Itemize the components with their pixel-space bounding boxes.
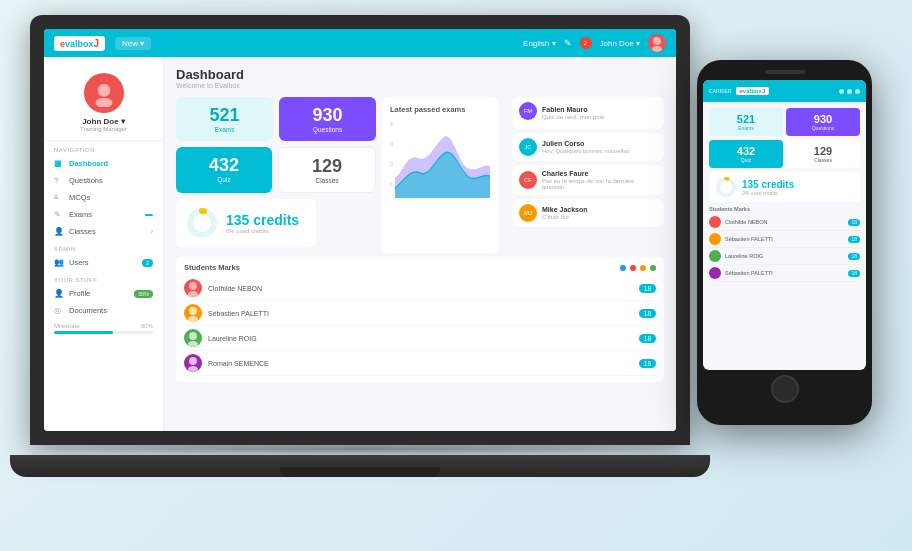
- main-content: John Doe ▾ Training Manager Navigation ▦…: [44, 57, 676, 431]
- msg-text-4: C'était dur: [542, 214, 588, 220]
- phone-student-row-4: Sébastien PALETTI 18: [709, 265, 860, 282]
- edit-icon[interactable]: ✎: [564, 38, 572, 48]
- new-button[interactable]: New ▾: [115, 37, 151, 50]
- svg-text:12: 12: [390, 161, 393, 167]
- sidebar-item-mcqs[interactable]: ≡ MCQs: [44, 189, 163, 206]
- questions-icon: ?: [54, 176, 64, 185]
- sidebar-label-questions: Questions: [69, 176, 103, 185]
- phone-student-row-1: Clothilde NEBON 18: [709, 214, 860, 231]
- phone-device: CARRIER evalboxJ 521 Exams: [697, 60, 872, 425]
- student-avatar-3: [184, 329, 202, 347]
- phone-speaker: [765, 70, 805, 74]
- sidebar-label-documents: Documents: [69, 306, 107, 315]
- phone-credits-label: 0% used credits: [742, 190, 794, 196]
- phone-content: 521 Exams 930 Questions 432 Quiz 129: [703, 102, 866, 370]
- credits-card: 135 credits 0% used credits: [176, 199, 316, 247]
- notification-badge[interactable]: 2: [580, 37, 592, 49]
- sidebar-item-classes[interactable]: 👤 Classes ›: [44, 223, 163, 240]
- student-row-1: Clothilde NEBON 18: [184, 276, 656, 301]
- students-section: Students Marks Clothilde NEBON: [176, 257, 664, 382]
- laptop-device: evalboxJ New ▾ English ▾ ✎ 2 John Doe ▾: [30, 15, 710, 525]
- sidebar-label-dashboard: Dashboard: [69, 159, 108, 168]
- stats-row-2: 432 Quiz 129 Classes: [176, 147, 376, 193]
- stat-questions-label: Questions: [289, 126, 366, 133]
- milestone-percent: 60%: [141, 323, 153, 329]
- phone-home-button[interactable]: [771, 375, 799, 403]
- sidebar-item-dashboard[interactable]: ▦ Dashboard: [44, 155, 163, 172]
- top-bar: evalboxJ New ▾ English ▾ ✎ 2 John Doe ▾: [44, 29, 676, 57]
- stat-questions-num: 930: [289, 105, 366, 126]
- message-card-2: JC Julien Corso Hey, Quelques bonnes nou…: [512, 133, 664, 161]
- laptop-base: [10, 455, 710, 477]
- phone-student-row-3: Laureline ROIG 18: [709, 248, 860, 265]
- sidebar-label-profile: Profile: [69, 289, 90, 298]
- student-score-4: 18: [639, 359, 656, 368]
- user-name-top[interactable]: John Doe ▾: [600, 39, 640, 48]
- phone-stat-questions-num: 930: [790, 113, 856, 125]
- sidebar-item-questions[interactable]: ? Questions: [44, 172, 163, 189]
- chart-card: Latest passed exams 20 16 12 8: [382, 97, 498, 253]
- phone-credits-card: 135 credits 0% used credits: [709, 172, 860, 202]
- sidebar: John Doe ▾ Training Manager Navigation ▦…: [44, 57, 164, 431]
- sidebar-item-users[interactable]: 👥 Users 2: [44, 254, 163, 271]
- users-icon: 👥: [54, 258, 64, 267]
- svg-point-13: [188, 316, 198, 322]
- svg-point-10: [189, 282, 197, 290]
- phone-stat-questions-label: Questions: [790, 125, 856, 131]
- msg-name-2: Julien Corso: [542, 140, 630, 147]
- credits-donut: [186, 207, 218, 239]
- phone-student-avatar-2: [709, 233, 721, 245]
- phone-stat-quiz-label: Quiz: [713, 157, 779, 163]
- dashboard-title: Dashboard: [176, 67, 664, 82]
- phone-student-avatar-4: [709, 267, 721, 279]
- exams-icon: ✎: [54, 210, 64, 219]
- svg-point-11: [188, 291, 198, 297]
- msg-name-3: Charles Faure: [542, 170, 657, 177]
- sidebar-item-documents[interactable]: ◎ Documents: [44, 302, 163, 319]
- documents-icon: ◎: [54, 306, 64, 315]
- phone-students-title: Students Marks: [709, 206, 860, 212]
- mcqs-icon: ≡: [54, 193, 64, 202]
- student-score-1: 18: [639, 284, 656, 293]
- student-avatar-4: [184, 354, 202, 372]
- dot-blue: [620, 265, 626, 271]
- sidebar-item-profile[interactable]: 👤 Profile 30%: [44, 285, 163, 302]
- phone-carrier: CARRIER: [709, 88, 732, 94]
- phone-top-bar: CARRIER evalboxJ: [703, 80, 866, 102]
- phone-student-name-1: Clothilde NEBON: [725, 219, 768, 225]
- phone-student-score-1: 18: [848, 219, 860, 226]
- milestone-text: Milestone: [54, 323, 80, 329]
- phone-student-name-2: Sébastien PALETTI: [725, 236, 773, 242]
- users-badge: 2: [142, 259, 153, 267]
- phone-icon-dot-3: [855, 89, 860, 94]
- dot-green: [650, 265, 656, 271]
- msg-avatar-2: JC: [519, 138, 537, 156]
- msg-text-3: Pas eu le temps de voir la dernière ques…: [542, 178, 657, 190]
- language-selector[interactable]: English ▾: [523, 39, 555, 48]
- student-score-3: 18: [639, 334, 656, 343]
- student-row-2: Sébastien PALETTI 18: [184, 301, 656, 326]
- phone-logo-j: J: [762, 88, 765, 94]
- svg-point-17: [188, 366, 198, 372]
- sidebar-label-exams: Exams: [69, 210, 92, 219]
- stat-classes: 129 Classes: [278, 147, 376, 193]
- milestone-track: [54, 331, 153, 334]
- phone-icons: [839, 89, 860, 94]
- milestone-container: Milestone 60%: [44, 319, 163, 338]
- sidebar-label-classes: Classes: [69, 227, 96, 236]
- profile-icon: 👤: [54, 289, 64, 298]
- sidebar-item-exams[interactable]: ✎ Exams: [44, 206, 163, 223]
- logo-brand: valbox: [65, 39, 94, 49]
- chart-svg: 20 16 12 8: [390, 118, 490, 198]
- svg-point-16: [189, 357, 197, 365]
- stat-classes-label: Classes: [289, 177, 365, 184]
- messages-panel: FM Fabien Mauro Quoi de neuf, mon pote J: [504, 97, 664, 253]
- phone-stats-row-1: 521 Exams 930 Questions: [709, 108, 860, 136]
- sidebar-label-mcqs: MCQs: [69, 193, 90, 202]
- phone-student-score-2: 18: [848, 236, 860, 243]
- student-name-3: Laureline ROIG: [208, 335, 633, 342]
- laptop-screen: evalboxJ New ▾ English ▾ ✎ 2 John Doe ▾: [44, 29, 676, 431]
- message-card-3: CF Charles Faure Pas eu le temps de voir…: [512, 165, 664, 195]
- svg-text:16: 16: [390, 141, 393, 147]
- stat-quiz: 432 Quiz: [176, 147, 272, 193]
